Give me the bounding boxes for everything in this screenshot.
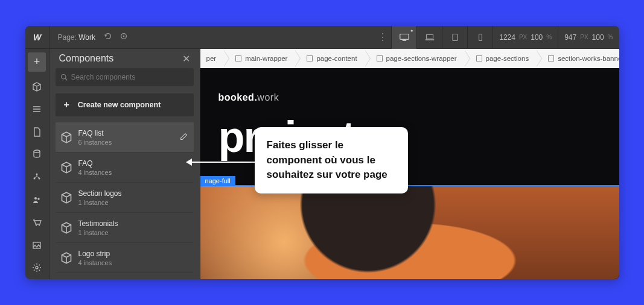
component-name: Testimonials: [78, 219, 118, 228]
svg-point-17: [36, 266, 38, 269]
component-item-testimonials[interactable]: Testimonials 1 instance: [56, 213, 194, 243]
search-input[interactable]: [56, 68, 194, 86]
star-badge-icon: ✦: [410, 28, 414, 34]
left-rail: +: [25, 49, 49, 279]
box-icon: [377, 55, 383, 61]
rail-cms-icon[interactable]: [25, 143, 49, 166]
svg-point-15: [39, 225, 40, 226]
cube-icon: [60, 131, 72, 143]
top-bar: W Page: Work ⋮ ✦: [25, 26, 619, 49]
pencil-icon[interactable]: [180, 133, 188, 142]
instruction-callout: Faites glisser le component où vous le s…: [255, 127, 408, 193]
search-icon: [60, 74, 68, 81]
box-icon: [307, 55, 313, 61]
rail-pages-icon[interactable]: [25, 121, 49, 143]
rail-tree-icon[interactable]: [25, 166, 49, 189]
dimension-width[interactable]: 1224PX 100%: [493, 26, 558, 49]
breadcrumb-item[interactable]: section-works-banne: [537, 49, 619, 68]
svg-rect-6: [453, 34, 457, 40]
breadcrumb-item[interactable]: page-sections: [465, 49, 538, 68]
selection-tag[interactable]: nage-full: [200, 176, 235, 186]
undo-icon[interactable]: [104, 32, 112, 42]
more-devices-icon[interactable]: ⋮: [377, 31, 387, 43]
cube-icon: [60, 162, 72, 174]
svg-point-13: [37, 198, 39, 200]
component-count: 1 instance: [78, 229, 118, 236]
breadcrumb-item[interactable]: main-wrapper: [225, 49, 296, 68]
device-switcher: ⋮ ✦: [377, 26, 493, 49]
cube-icon: [60, 192, 72, 204]
box-icon: [548, 55, 554, 61]
component-name: FAQ: [78, 159, 112, 168]
breadcrumb-item[interactable]: per: [200, 49, 225, 68]
svg-point-12: [34, 197, 37, 200]
component-item-logo-strip[interactable]: Logo strip 4 instances: [56, 243, 194, 273]
svg-point-8: [34, 150, 40, 152]
svg-rect-2: [400, 34, 409, 39]
box-icon: [476, 55, 482, 61]
close-icon[interactable]: ✕: [182, 53, 190, 64]
rail-components-icon[interactable]: [25, 75, 49, 98]
rail-navigator-icon[interactable]: [25, 98, 49, 121]
hero-image[interactable]: [200, 186, 619, 279]
svg-point-1: [123, 36, 125, 37]
site-logo: booked.work: [218, 92, 601, 103]
rail-settings-icon[interactable]: [25, 256, 49, 279]
component-item-section-logos[interactable]: Section logos 1 instance: [56, 183, 194, 213]
box-icon: [235, 55, 241, 61]
component-item-faq-list[interactable]: FAQ list 6 instances: [56, 122, 194, 152]
device-phone[interactable]: [467, 26, 493, 49]
svg-rect-7: [479, 34, 482, 40]
svg-point-14: [36, 225, 37, 226]
component-count: 4 instances: [78, 169, 112, 176]
page-label[interactable]: Page: Work: [58, 33, 95, 42]
add-element-button[interactable]: +: [28, 52, 46, 72]
panel-title: Components: [59, 53, 114, 64]
breadcrumb-item[interactable]: page-sections-wrapper: [366, 49, 465, 68]
cube-icon: [60, 222, 72, 234]
component-name: FAQ list: [78, 129, 112, 137]
rail-ecommerce-icon[interactable]: [25, 211, 49, 234]
plus-icon: +: [64, 99, 69, 110]
svg-point-18: [61, 75, 66, 80]
svg-rect-5: [426, 39, 434, 40]
webflow-logo[interactable]: W: [25, 26, 49, 49]
component-name: Logo strip: [78, 250, 112, 258]
create-component-button[interactable]: + Create new component: [56, 93, 194, 116]
device-tablet[interactable]: [442, 26, 467, 49]
component-item-faq[interactable]: FAQ 4 instances: [56, 152, 194, 183]
rail-assets-icon[interactable]: [25, 234, 49, 257]
breadcrumb-item[interactable]: page-content: [296, 49, 365, 68]
device-desktop[interactable]: ✦: [391, 26, 416, 49]
device-laptop[interactable]: [416, 26, 442, 49]
callout-arrow: [187, 162, 255, 163]
svg-rect-4: [426, 34, 433, 39]
cube-icon: [60, 252, 72, 264]
component-count: 1 instance: [78, 199, 122, 206]
component-name: Section logos: [78, 189, 122, 198]
rail-users-icon[interactable]: [25, 189, 49, 212]
redo-icon[interactable]: [120, 32, 128, 42]
svg-rect-3: [403, 40, 406, 41]
component-count: 6 instances: [78, 139, 112, 146]
component-count: 4 instances: [78, 259, 112, 266]
breadcrumb: per main-wrapper page-content page-secti…: [200, 49, 619, 68]
dimension-height[interactable]: 947PX 100%: [558, 26, 619, 49]
components-panel: Components ✕ + Create new component FAQ: [49, 49, 200, 279]
